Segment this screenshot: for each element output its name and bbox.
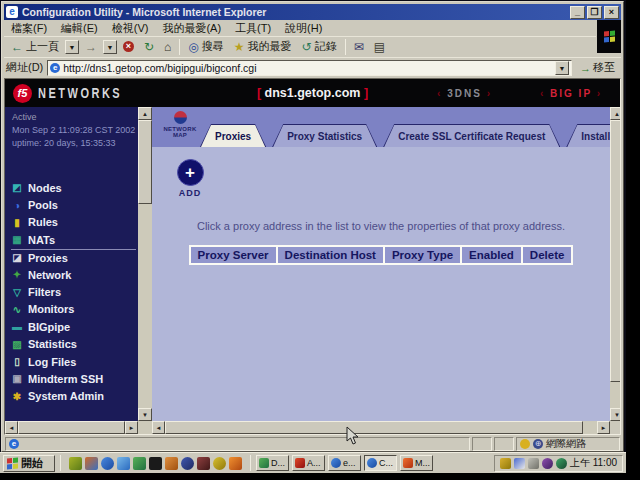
titlebar[interactable]: e Configuration Utility - Microsoft Inte… [4, 4, 621, 20]
sidebar-item-logfiles[interactable]: ▯Log Files [11, 353, 136, 370]
quicklaunch-icon-9[interactable] [197, 457, 210, 470]
sidebar-hscrollbar[interactable]: ◄ ► [5, 421, 152, 434]
menu-favorites[interactable]: 我的最愛(A) [155, 20, 228, 37]
back-dropdown[interactable]: ▼ [65, 40, 79, 54]
task-button-3[interactable]: e... [328, 455, 361, 471]
stop-button[interactable]: × [119, 40, 138, 53]
start-flag-icon [7, 457, 18, 469]
network-map-button[interactable]: NETWORK MAP [158, 111, 202, 144]
add-icon: + [177, 159, 204, 186]
sidebar-item-network[interactable]: ✦Network [11, 266, 136, 283]
home-button[interactable]: ⌂ [160, 40, 175, 54]
print-button[interactable]: ▤ [370, 40, 389, 54]
maximize-button[interactable]: ❐ [587, 6, 602, 19]
tab-proxy-statistics[interactable]: Proxy Statistics [272, 124, 377, 147]
col-proxy-type: Proxy Type [385, 247, 460, 263]
system-tray: 上午 11:00 [494, 455, 623, 472]
forward-icon: → [85, 41, 97, 53]
zone-panel: ⊕ 網際網路 [516, 437, 620, 451]
col-destination-host: Destination Host [278, 247, 383, 263]
tray-icon-4[interactable] [542, 458, 553, 469]
sidebar-item-mindterm-ssh[interactable]: ▣Mindterm SSH [11, 370, 136, 387]
add-proxy-button[interactable]: + ADD [166, 159, 214, 198]
menu-file[interactable]: 檔案(F) [4, 20, 54, 37]
history-icon: ↺ [302, 41, 312, 53]
favorites-button[interactable]: ★ 我的最愛 [230, 38, 296, 55]
refresh-button[interactable]: ↻ [140, 40, 158, 54]
sidebar-item-system-admin[interactable]: ✱System Admin [11, 388, 136, 405]
f5-header: f5 NETWORKS [ dns1.getop.com ] ‹ 3DNS › … [5, 79, 620, 107]
history-button[interactable]: ↺ 記錄 [298, 38, 341, 55]
back-label: 上一頁 [26, 39, 59, 54]
clock[interactable]: 上午 11:00 [570, 456, 617, 470]
sidebar-item-rules[interactable]: ▮Rules [11, 214, 136, 231]
task-icon-4 [367, 458, 377, 468]
quicklaunch-icon-4[interactable] [117, 457, 130, 470]
task-icon-2 [295, 458, 305, 468]
menu-view[interactable]: 檢視(V) [105, 20, 156, 37]
sidebar-item-proxies[interactable]: ◪Proxies [11, 249, 136, 266]
url-input[interactable] [63, 62, 552, 74]
status-panel-1 [472, 437, 492, 451]
sidebar-item-pools[interactable]: ◑Pools [11, 196, 136, 213]
quicklaunch-icon-10[interactable] [213, 457, 226, 470]
menu-tools[interactable]: 工具(T) [228, 20, 278, 37]
tab-proxies[interactable]: Proxies [200, 124, 266, 147]
quicklaunch-icon-3[interactable] [101, 457, 114, 470]
tray-icon-3[interactable] [528, 458, 539, 469]
network-map-icon [174, 111, 187, 124]
ssh-icon: ▣ [11, 373, 23, 384]
nats-icon: ▦ [11, 234, 23, 245]
main-vscrollbar[interactable]: ▲ ▼ [610, 107, 621, 421]
add-label: ADD [166, 188, 214, 198]
task-button-1[interactable]: D... [256, 455, 289, 471]
mail-button[interactable]: ✉ [350, 40, 368, 54]
go-button[interactable]: → 移至 [576, 60, 619, 75]
forward-dropdown[interactable]: ▼ [103, 40, 117, 54]
minimize-button[interactable]: _ [570, 6, 585, 19]
filters-icon: ▽ [11, 287, 23, 298]
tray-icon-1[interactable] [500, 458, 511, 469]
close-button[interactable]: × [604, 6, 619, 19]
status-panel-2 [494, 437, 514, 451]
sidebar-nav: ◩Nodes ◑Pools ▮Rules ▦NATs ◪Proxies ✦Net… [11, 179, 136, 405]
task-button-2[interactable]: A... [292, 455, 325, 471]
quicklaunch-icon-8[interactable] [181, 457, 194, 470]
start-button[interactable]: 開始 [3, 455, 55, 472]
home-icon: ⌂ [164, 41, 171, 53]
quicklaunch-icon-2[interactable] [85, 457, 98, 470]
ie-app-icon: e [6, 6, 18, 18]
instruction-text: Click a proxy address in the list to vie… [152, 220, 610, 232]
sidebar-vscrollbar[interactable]: ▲ ▼ [138, 107, 152, 421]
quicklaunch-icon-5[interactable] [133, 457, 146, 470]
tray-icon-2[interactable] [514, 458, 525, 469]
url-dropdown[interactable]: ▼ [555, 61, 569, 75]
sidebar-item-nodes[interactable]: ◩Nodes [11, 179, 136, 196]
sidebar-item-statistics[interactable]: ▨Statistics [11, 336, 136, 353]
sidebar-item-nats[interactable]: ▦NATs [11, 231, 136, 248]
quicklaunch-icon-1[interactable] [69, 457, 82, 470]
quicklaunch-icon-6[interactable] [149, 457, 162, 470]
task-button-5[interactable]: M... [400, 455, 433, 471]
ie-throbber-logo [597, 20, 621, 53]
tab-create-ssl-certificate-request[interactable]: Create SSL Certificate Request [383, 124, 560, 147]
forward-button[interactable]: → [81, 40, 101, 54]
address-label: 網址(D) [6, 60, 43, 75]
sidebar-item-bigpipe[interactable]: ▬BIGpipe [11, 318, 136, 335]
quicklaunch-icon-7[interactable] [165, 457, 178, 470]
tab-install-ssl-certificate[interactable]: Install SSL Certifi [566, 124, 610, 147]
statistics-icon: ▨ [11, 339, 23, 350]
main-hscrollbar[interactable]: ◄ ► [152, 421, 610, 434]
back-button[interactable]: ← 上一頁 [7, 38, 63, 55]
addressbar: 網址(D) e ▼ → 移至 [4, 57, 621, 77]
tray-icon-5[interactable] [556, 458, 567, 469]
search-button[interactable]: ◎ 搜尋 [184, 38, 227, 55]
sidebar-item-monitors[interactable]: ∿Monitors [11, 301, 136, 318]
bigpipe-icon: ▬ [11, 321, 23, 332]
menu-help[interactable]: 說明(H) [278, 20, 329, 37]
menu-edit[interactable]: 編輯(E) [54, 20, 105, 37]
quicklaunch-icon-11[interactable] [229, 457, 242, 470]
proxies-icon: ◪ [11, 252, 23, 263]
task-button-4-active[interactable]: C... [364, 455, 397, 471]
sidebar-item-filters[interactable]: ▽Filters [11, 283, 136, 300]
